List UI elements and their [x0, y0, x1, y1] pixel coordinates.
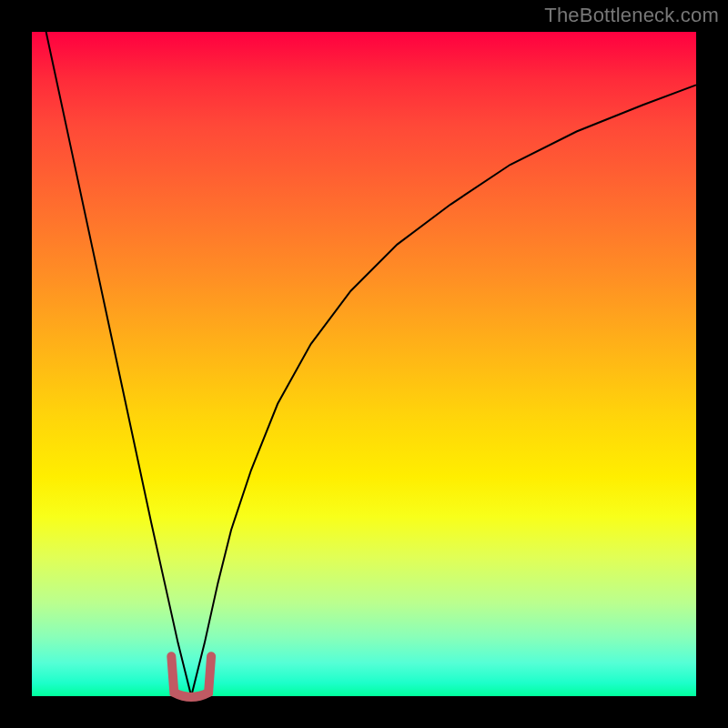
chart-frame: TheBottleneck.com [0, 0, 728, 728]
curve-layer [32, 32, 696, 696]
watermark-text: TheBottleneck.com [544, 4, 719, 27]
curve-right-branch [191, 85, 696, 696]
plot-area [32, 32, 696, 696]
minimum-marker [171, 656, 211, 697]
curve-left-branch [32, 0, 191, 696]
